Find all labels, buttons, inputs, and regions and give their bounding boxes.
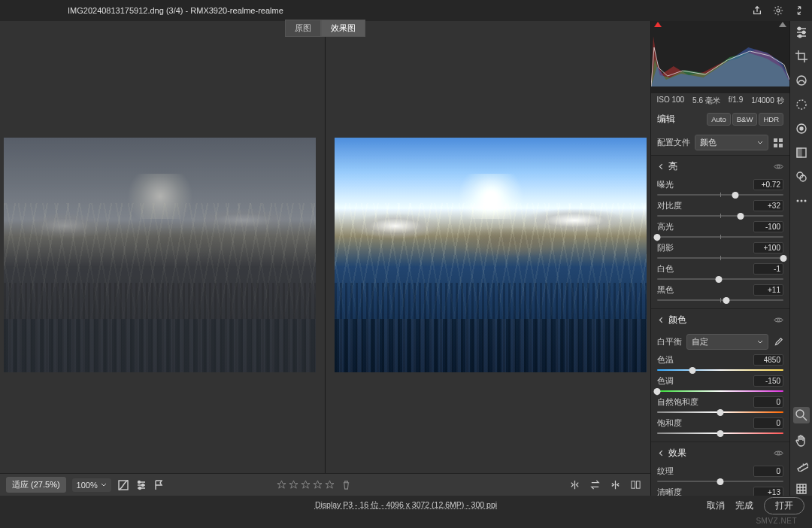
exposure-value[interactable]: +0.72 — [753, 179, 783, 190]
export-icon[interactable] — [752, 5, 762, 16]
cancel-button[interactable]: 取消 — [707, 500, 725, 511]
section-color-title: 颜色 — [668, 314, 774, 326]
heal-tool-icon[interactable] — [795, 74, 808, 87]
versions-icon[interactable] — [795, 170, 808, 184]
tint-slider[interactable]: 色调 -150 — [651, 374, 789, 395]
hdr-button[interactable]: HDR — [759, 113, 783, 126]
meta-shutter: 1/4000 秒 — [751, 96, 783, 106]
tab-after[interactable]: 效果图 — [321, 20, 365, 37]
saturation-value[interactable]: 0 — [753, 417, 783, 429]
svg-point-12 — [777, 319, 780, 321]
profile-select[interactable]: 颜色 — [695, 135, 768, 150]
temp-slider[interactable]: 色温 4850 — [651, 353, 789, 374]
highlights-value[interactable]: -100 — [753, 221, 783, 232]
vibrance-value[interactable]: 0 — [753, 396, 783, 408]
chevron-down-icon — [757, 339, 763, 345]
compare-columns-icon[interactable] — [630, 479, 641, 490]
compare-split-icon[interactable] — [569, 479, 580, 490]
eye-icon[interactable] — [774, 162, 783, 171]
zoom-dropdown[interactable]: 100% — [72, 478, 111, 492]
presets-icon[interactable] — [795, 146, 808, 159]
wb-select[interactable]: 自定 — [686, 334, 768, 350]
contrast-slider[interactable]: 对比度 +32 — [651, 199, 789, 220]
shadows-slider[interactable]: 阴影 +100 — [651, 241, 789, 262]
whites-slider[interactable]: 白色 -1 — [651, 262, 789, 283]
star-4-icon[interactable] — [313, 480, 323, 490]
blacks-slider[interactable]: 黑色 +11 — [651, 283, 789, 304]
section-effects-title: 效果 — [668, 447, 774, 460]
star-5-icon[interactable] — [325, 480, 335, 490]
open-button[interactable]: 打开 — [764, 497, 804, 514]
before-canvas[interactable] — [4, 37, 316, 473]
clarity-value[interactable]: +13 — [753, 487, 783, 496]
panel-scroll[interactable]: 亮 曝光 +0.72 对比度 +32 高光 -100 — [651, 155, 789, 496]
hand-tool-icon[interactable] — [795, 434, 808, 448]
vibrance-label: 自然饱和度 — [657, 397, 698, 408]
clarity-slider[interactable]: 清晰度 +13 — [651, 485, 789, 496]
clip-shadow-icon[interactable] — [654, 22, 662, 27]
star-3-icon[interactable] — [301, 480, 311, 490]
rating-stars[interactable] — [277, 480, 351, 490]
svg-point-28 — [796, 410, 804, 417]
levels-icon[interactable] — [135, 479, 147, 491]
tone-curve-icon[interactable] — [117, 479, 129, 491]
eye-icon[interactable] — [774, 315, 783, 325]
more-icon[interactable] — [795, 194, 808, 208]
chevron-down-icon — [657, 163, 664, 170]
sliders-tool-icon[interactable] — [795, 26, 808, 39]
image-info[interactable]: Display P3 - 16 位 - 4096 x 3072 (12.6MP)… — [315, 500, 497, 511]
ruler-tool-icon[interactable] — [795, 458, 808, 472]
watermark: SMVZ.NET — [756, 517, 797, 525]
crop-tool-icon[interactable] — [795, 50, 808, 63]
compare-swap-icon[interactable] — [589, 479, 601, 490]
svg-point-2 — [138, 481, 140, 483]
grid-tool-icon[interactable] — [795, 482, 808, 496]
star-1-icon[interactable] — [277, 480, 286, 490]
svg-point-11 — [777, 165, 780, 168]
shadows-value[interactable]: +100 — [753, 242, 783, 253]
star-2-icon[interactable] — [289, 480, 298, 490]
tab-before[interactable]: 原图 — [285, 20, 321, 37]
gear-icon[interactable] — [773, 5, 783, 16]
collapse-icon[interactable] — [794, 5, 804, 16]
eyedropper-icon[interactable] — [773, 337, 783, 347]
bw-button[interactable]: B&W — [732, 113, 758, 126]
histogram[interactable] — [651, 21, 789, 93]
zoom-tool-icon[interactable] — [793, 407, 810, 423]
section-color-header[interactable]: 颜色 — [651, 308, 789, 331]
highlights-slider[interactable]: 高光 -100 — [651, 220, 789, 241]
flag-filter-icon[interactable] — [153, 479, 165, 491]
saturation-slider[interactable]: 饱和度 0 — [651, 416, 789, 437]
profile-browser-icon[interactable] — [773, 138, 783, 148]
title-bar: IMG20240813175912.dng (3/4) - RMX3920-re… — [0, 0, 812, 21]
mask-tool-icon[interactable] — [795, 98, 808, 111]
redeye-tool-icon[interactable] — [795, 122, 808, 135]
svg-point-20 — [800, 127, 803, 130]
shadows-label: 阴影 — [657, 243, 674, 253]
eye-icon[interactable] — [774, 448, 783, 458]
svg-rect-29 — [797, 463, 807, 472]
vibrance-slider[interactable]: 自然饱和度 0 — [651, 395, 789, 416]
texture-slider[interactable]: 纹理 0 — [651, 464, 789, 485]
auto-button[interactable]: Auto — [707, 113, 731, 126]
temp-value[interactable]: 4850 — [753, 354, 783, 366]
after-canvas[interactable] — [335, 37, 647, 473]
done-button[interactable]: 完成 — [735, 500, 753, 511]
texture-value[interactable]: 0 — [753, 466, 783, 477]
section-light-title: 亮 — [668, 160, 774, 173]
wb-value: 自定 — [692, 336, 708, 347]
section-effects-header[interactable]: 效果 — [651, 442, 789, 464]
blacks-value[interactable]: +11 — [753, 284, 783, 296]
clip-highlight-icon[interactable] — [779, 22, 786, 27]
whites-value[interactable]: -1 — [753, 263, 783, 275]
split-divider[interactable] — [325, 37, 326, 473]
svg-point-26 — [800, 200, 802, 202]
zoom-fit-button[interactable]: 适应 (27.5%) — [6, 477, 66, 493]
svg-point-18 — [797, 100, 806, 109]
tint-value[interactable]: -150 — [753, 375, 783, 387]
trash-icon[interactable] — [341, 480, 351, 490]
section-light-header[interactable]: 亮 — [651, 155, 789, 178]
contrast-value[interactable]: +32 — [753, 200, 783, 211]
compare-center-icon[interactable] — [610, 479, 621, 490]
exposure-slider[interactable]: 曝光 +0.72 — [651, 178, 789, 199]
